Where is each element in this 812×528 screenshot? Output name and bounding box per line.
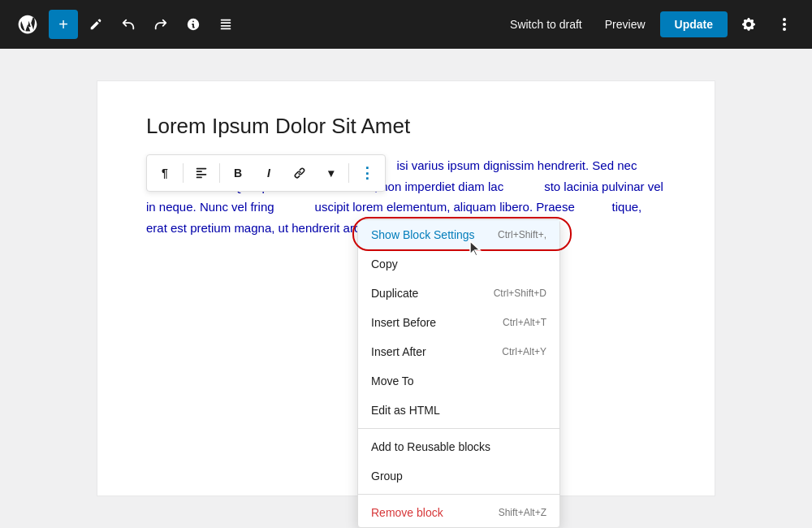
- redo-button[interactable]: [146, 10, 175, 39]
- menu-item-label: Remove block: [371, 506, 443, 519]
- menu-item-label: Edit as HTML: [371, 404, 440, 417]
- menu-shortcut-remove-block: Shift+Alt+Z: [499, 507, 546, 518]
- add-block-button[interactable]: +: [49, 10, 78, 39]
- menu-item-edit-html[interactable]: Edit as HTML: [358, 396, 559, 425]
- menu-item-move-to[interactable]: Move To: [358, 366, 559, 396]
- menu-item-label: Group: [371, 470, 403, 483]
- menu-item-insert-before[interactable]: Insert Before Ctrl+Alt+T: [358, 308, 559, 337]
- menu-item-group[interactable]: Group: [358, 461, 559, 491]
- info-button[interactable]: [179, 10, 208, 39]
- menu-item-label: Show Block Settings: [371, 228, 475, 241]
- menu-separator-1: [358, 428, 559, 429]
- menu-item-add-reusable[interactable]: Add to Reusable blocks: [358, 432, 559, 461]
- menu-item-label: Insert Before: [371, 316, 436, 329]
- wp-logo[interactable]: [13, 10, 42, 39]
- italic-button[interactable]: I: [254, 158, 283, 188]
- toolbar-right: Switch to draft Preview Update: [502, 10, 799, 39]
- settings-button[interactable]: [734, 10, 763, 39]
- undo-button[interactable]: [114, 10, 143, 39]
- toolbar-divider-1: [183, 163, 184, 183]
- update-button[interactable]: Update: [660, 11, 728, 37]
- bold-button[interactable]: B: [223, 158, 253, 188]
- menu-shortcut-insert-before: Ctrl+Alt+T: [503, 317, 546, 328]
- more-options-button[interactable]: [770, 10, 799, 39]
- link-button[interactable]: [285, 158, 314, 188]
- menu-item-show-block-settings[interactable]: Show Block Settings Ctrl+Shift+,: [358, 220, 559, 249]
- toolbar-left: +: [49, 10, 240, 39]
- menu-shortcut-show-block: Ctrl+Shift+,: [498, 229, 546, 240]
- editor-area: Lorem Ipsum Dolor Sit Amet ¶ B I ▾ ⋮ Lor…: [0, 49, 812, 528]
- edit-button[interactable]: [81, 10, 110, 39]
- menu-item-label: Copy: [371, 258, 398, 270]
- toolbar-divider-3: [348, 163, 349, 183]
- more-rich-text-button[interactable]: ▾: [316, 158, 345, 188]
- menu-item-label: Insert After: [371, 345, 426, 358]
- menu-item-remove-block[interactable]: Remove block Shift+Alt+Z: [358, 498, 559, 527]
- toolbar-divider-2: [219, 163, 220, 183]
- block-options-dropdown: Show Block Settings Ctrl+Shift+, Copy Du…: [357, 219, 560, 528]
- menu-item-label: Add to Reusable blocks: [371, 440, 490, 453]
- preview-button[interactable]: Preview: [597, 13, 654, 36]
- align-button[interactable]: [187, 158, 216, 188]
- block-more-options-button[interactable]: ⋮: [352, 158, 382, 188]
- menu-item-label: Move To: [371, 374, 414, 387]
- paragraph-type-button[interactable]: ¶: [150, 158, 179, 188]
- top-bar: + Switch to draft Preview Update: [0, 0, 812, 49]
- menu-item-label: Duplicate: [371, 287, 418, 300]
- menu-shortcut-insert-after: Ctrl+Alt+Y: [502, 346, 546, 357]
- switch-to-draft-button[interactable]: Switch to draft: [502, 13, 590, 36]
- block-toolbar: ¶ B I ▾ ⋮: [146, 154, 386, 192]
- menu-item-copy[interactable]: Copy: [358, 249, 559, 279]
- menu-item-insert-after[interactable]: Insert After Ctrl+Alt+Y: [358, 337, 559, 366]
- list-view-button[interactable]: [211, 10, 240, 39]
- menu-shortcut-duplicate: Ctrl+Shift+D: [494, 288, 546, 299]
- menu-separator-2: [358, 494, 559, 495]
- post-title[interactable]: Lorem Ipsum Dolor Sit Amet: [146, 114, 666, 139]
- menu-item-duplicate[interactable]: Duplicate Ctrl+Shift+D: [358, 279, 559, 308]
